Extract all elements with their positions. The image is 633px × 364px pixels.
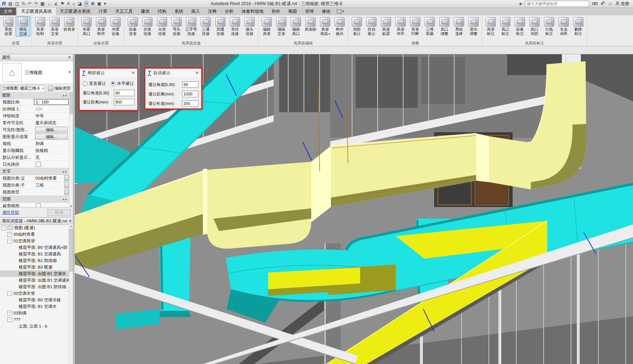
tab-天正暖通水系统[interactable]: 天正暖通水系统 bbox=[56, 7, 94, 15]
search-input[interactable] bbox=[525, 1, 589, 7]
file-tab[interactable]: 文件 bbox=[0, 7, 16, 15]
tab-视图[interactable]: 视图 bbox=[284, 7, 301, 15]
diffuser-spacing-button[interactable]: 风口 间距 bbox=[527, 16, 542, 36]
scrollbar-thumb[interactable] bbox=[69, 229, 73, 271]
sync-icon[interactable]: ↻ bbox=[22, 1, 26, 6]
print-icon[interactable]: ▦ bbox=[40, 1, 45, 6]
duct-attach-beam-button[interactable]: 风管 贴梁 bbox=[379, 16, 393, 36]
ribbon-display-toggle[interactable]: ▾ bbox=[337, 7, 344, 15]
view-type-combo[interactable]: 三维视图: 楼层三维-6 ∨ bbox=[1, 85, 45, 92]
close-icon[interactable]: ✕ bbox=[66, 55, 71, 60]
dialog-header[interactable]: T自动避让✕ bbox=[146, 69, 201, 77]
tab-天正工具[interactable]: 天正工具 bbox=[111, 7, 137, 15]
tab-插入[interactable]: 插入 bbox=[187, 7, 204, 15]
collapse-icon[interactable]: − bbox=[7, 291, 12, 296]
tab-修改[interactable]: 修改 bbox=[318, 7, 335, 15]
duct-brush-button[interactable]: 风管刷 bbox=[303, 16, 318, 36]
collapse-icon[interactable]: ▲▲ bbox=[62, 198, 67, 200]
tab-管理[interactable]: 管理 bbox=[301, 7, 318, 15]
any-connect-button[interactable]: 任意 连接 bbox=[140, 16, 155, 36]
expand-icon[interactable]: + bbox=[7, 232, 12, 237]
tree-item[interactable]: 楼层平面: 出图 B1 空调水 bbox=[0, 270, 69, 277]
collapse-icon[interactable]: − bbox=[7, 317, 12, 322]
browse-button[interactable] bbox=[64, 182, 69, 188]
duct-riser-button[interactable]: 风管 立管 bbox=[47, 16, 62, 36]
system-settings-button[interactable]: 系统 设置 bbox=[1, 16, 16, 36]
undo-icon[interactable]: ↶ bbox=[28, 1, 32, 6]
tree-item[interactable]: 楼层平面: B1 空调水 bbox=[0, 303, 69, 310]
browse-button[interactable] bbox=[64, 175, 69, 181]
switch-windows-icon[interactable]: ▣ bbox=[97, 1, 101, 6]
tab-天正暖通风系统[interactable]: 天正暖通风系统 bbox=[17, 7, 56, 15]
favorites-star-icon[interactable]: ☆ bbox=[608, 1, 613, 7]
browse-button[interactable] bbox=[64, 189, 69, 195]
field-input[interactable]: 200 bbox=[182, 100, 198, 107]
chevron-down-icon[interactable]: ▼ bbox=[68, 70, 71, 74]
flex-duct-button[interactable]: 软风管 bbox=[62, 16, 77, 36]
enhanced-filter-button[interactable]: 强化 过滤 bbox=[16, 16, 30, 36]
elbow-connect-button[interactable]: 弯头 连接 bbox=[169, 16, 184, 36]
tree-item[interactable]: −??? bbox=[0, 316, 69, 323]
edit-type-button[interactable]: 编辑类型 bbox=[45, 86, 73, 91]
field-input[interactable]: 90 bbox=[114, 90, 135, 96]
radio-option[interactable]: 竖直避让 bbox=[83, 81, 106, 86]
revit-logo[interactable]: R bbox=[2, 1, 6, 6]
sign-in-button[interactable]: 登录 bbox=[615, 1, 629, 7]
type-selector[interactable]: ⌂ 三维视图 ▼ bbox=[0, 61, 73, 84]
classified-connect-button[interactable]: 分类 连接 bbox=[155, 16, 169, 36]
diffuser-tag-button[interactable]: 风口 标注 bbox=[498, 16, 513, 36]
scroll-down-icon[interactable]: ▼ bbox=[69, 205, 73, 207]
lexicon-button[interactable]: 专业 词库 bbox=[556, 16, 571, 36]
collapse-icon[interactable]: ▲▲ bbox=[62, 170, 67, 173]
auto-avoid-button[interactable]: 自动 避让 bbox=[364, 16, 379, 36]
edit-button[interactable]: 编辑... bbox=[35, 127, 68, 133]
apply-button[interactable]: 应用 bbox=[47, 209, 71, 216]
tab-系统[interactable]: 系统 bbox=[170, 7, 187, 15]
tab-计算[interactable]: 计算 bbox=[94, 7, 111, 15]
property-value[interactable]: 无 bbox=[34, 155, 69, 160]
offset-connect-button[interactable]: 乙字弯 连接 bbox=[184, 16, 198, 36]
tab-协作[interactable]: 协作 bbox=[267, 7, 284, 15]
tree-item[interactable]: 楼层平面: B2 暖通 bbox=[0, 264, 69, 270]
tree-item[interactable]: −视图 (暖通) bbox=[0, 224, 69, 231]
tee-connect-button[interactable]: 三通 连接 bbox=[198, 16, 213, 36]
section-icon[interactable]: ◪ bbox=[78, 1, 82, 6]
delete-tag-button[interactable]: 删除 标注 bbox=[571, 16, 586, 36]
component-reverse-button[interactable]: 构件 换向 bbox=[332, 16, 347, 36]
close-icon[interactable]: ✕ bbox=[195, 70, 199, 75]
tree-item[interactable]: −01空调风管 bbox=[0, 238, 69, 244]
tree-item[interactable]: 立面: 立面 1 - b bbox=[0, 323, 69, 329]
tree-item[interactable]: −02空调水管 bbox=[0, 290, 69, 297]
redo-icon[interactable]: ↷ bbox=[34, 1, 38, 6]
property-value[interactable]: 协调 bbox=[34, 141, 69, 146]
duct-tag-button[interactable]: 风管 标注 bbox=[483, 16, 498, 36]
communication-center-icon[interactable] bbox=[601, 1, 605, 7]
dialog-header[interactable]: T局部避让✕ bbox=[80, 69, 137, 77]
tree-item[interactable]: 楼层平面: B0 空调通风+防 bbox=[0, 244, 69, 251]
tab-体量和场地[interactable]: 体量和场地 bbox=[238, 7, 267, 15]
checkbox[interactable] bbox=[36, 162, 41, 167]
collapse-icon[interactable]: − bbox=[7, 239, 12, 243]
place-diffuser-button[interactable]: 布置 风口 bbox=[79, 16, 94, 36]
duct-accessory-button[interactable]: 风管 附件 bbox=[94, 16, 108, 36]
aligned-dimension-icon[interactable]: ∡ bbox=[54, 1, 58, 6]
tab-结构[interactable]: 结构 bbox=[154, 7, 170, 15]
field-input[interactable]: 1000 bbox=[182, 91, 198, 97]
vertical-adjust-button[interactable]: 竖向 调整 bbox=[466, 16, 481, 36]
property-value[interactable]: 中等 bbox=[34, 113, 69, 119]
equipment-connect-button[interactable]: 设备 连管 bbox=[126, 16, 140, 36]
3d-viewport[interactable]: T局部避让✕竖直避让水平避让避让角度[5,90]90避让距离(mm)800 T自… bbox=[75, 54, 633, 364]
duct-break-button[interactable]: 风管 打断 bbox=[408, 16, 422, 36]
cross-connect-button[interactable]: 四通 连接 bbox=[213, 16, 228, 36]
field-input[interactable]: 800 bbox=[114, 99, 135, 105]
radio-option[interactable]: 水平避让 bbox=[111, 81, 134, 86]
measure-icon[interactable]: ↔ bbox=[47, 1, 51, 6]
system-select-button[interactable]: 系统 选择 bbox=[452, 16, 466, 36]
search-expand-icon[interactable]: ▶ bbox=[520, 2, 522, 5]
property-value[interactable]: 显示原状态 bbox=[34, 120, 69, 126]
property-value[interactable]: 按规程 bbox=[34, 148, 69, 153]
tree-item[interactable]: 楼层平面: B0 空调冷媒 bbox=[0, 297, 69, 303]
local-avoid-button[interactable]: 局部 避让 bbox=[350, 16, 364, 36]
close-icon[interactable]: ✕ bbox=[67, 219, 72, 223]
save-icon[interactable]: ◫ bbox=[15, 1, 19, 6]
